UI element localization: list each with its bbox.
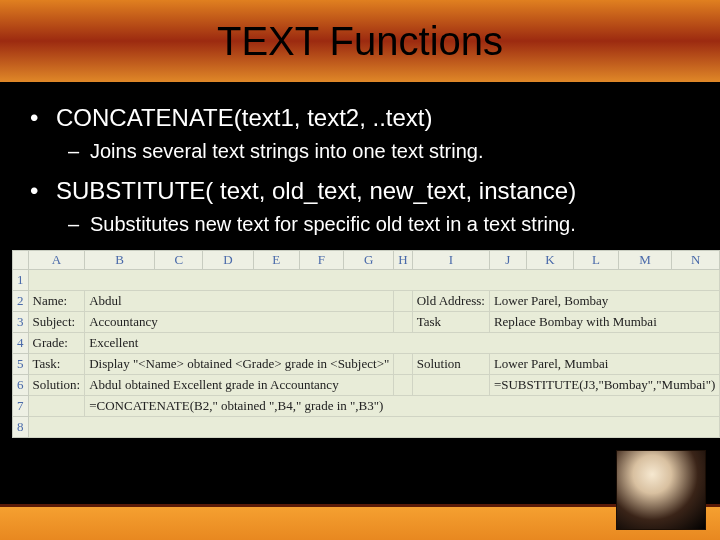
table-row: 7 =CONCATENATE(B2," obtained ",B4," grad…: [13, 396, 720, 417]
col-K: K: [526, 251, 574, 270]
row-1: 1: [13, 270, 29, 291]
col-H: H: [394, 251, 412, 270]
col-N: N: [672, 251, 720, 270]
col-G: G: [344, 251, 394, 270]
table-row: 1: [13, 270, 720, 291]
content-area: • CONCATENATE(text1, text2, ..text) – Jo…: [0, 82, 720, 236]
decorative-image: [616, 450, 706, 530]
row-7: 7: [13, 396, 29, 417]
row-8: 8: [13, 417, 29, 438]
table-row: 6 Solution: Abdul obtained Excellent gra…: [13, 375, 720, 396]
cell: Task:: [28, 354, 85, 375]
col-A: A: [28, 251, 85, 270]
cell: =CONCATENATE(B2," obtained ",B4," grade …: [85, 396, 720, 417]
slide-title: TEXT Functions: [217, 19, 503, 64]
corner-cell: [13, 251, 29, 270]
col-L: L: [574, 251, 618, 270]
cell: Solution:: [28, 375, 85, 396]
cell: Task: [412, 312, 489, 333]
bullet-text: CONCATENATE(text1, text2, ..text): [56, 104, 433, 132]
cell: Lower Parel, Bombay: [489, 291, 719, 312]
col-C: C: [155, 251, 203, 270]
col-M: M: [618, 251, 672, 270]
cell: Excellent: [85, 333, 720, 354]
table-row: 5 Task: Display "<Name> obtained <Grade>…: [13, 354, 720, 375]
cell: Abdul obtained Excellent grade in Accoun…: [85, 375, 394, 396]
bullet-icon: •: [30, 104, 56, 132]
col-J: J: [489, 251, 526, 270]
cell: Replace Bombay with Mumbai: [489, 312, 719, 333]
cell: =SUBSTITUTE(J3,"Bombay","Mumbai"): [489, 375, 719, 396]
col-D: D: [203, 251, 253, 270]
subbullet-concatenate: – Joins several text strings into one te…: [68, 140, 690, 163]
subbullet-text: Joins several text strings into one text…: [90, 140, 484, 163]
bullet-concatenate: • CONCATENATE(text1, text2, ..text): [30, 104, 690, 132]
cell: Grade:: [28, 333, 85, 354]
row-6: 6: [13, 375, 29, 396]
table-row: 4 Grade: Excellent: [13, 333, 720, 354]
cell: Solution: [412, 354, 489, 375]
col-F: F: [299, 251, 343, 270]
cell: Subject:: [28, 312, 85, 333]
subbullet-text: Substitutes new text for specific old te…: [90, 213, 576, 236]
footer-bar: [0, 504, 720, 540]
col-I: I: [412, 251, 489, 270]
table-row: 2 Name: Abdul Old Address: Lower Parel, …: [13, 291, 720, 312]
bullet-substitute: • SUBSTITUTE( text, old_text, new_text, …: [30, 177, 690, 205]
bullet-icon: •: [30, 177, 56, 205]
cell: Name:: [28, 291, 85, 312]
title-bar: TEXT Functions: [0, 0, 720, 82]
cell: Accountancy: [85, 312, 394, 333]
bullet-text: SUBSTITUTE( text, old_text, new_text, in…: [56, 177, 576, 205]
cell: Old Address:: [412, 291, 489, 312]
table-row: 3 Subject: Accountancy Task Replace Bomb…: [13, 312, 720, 333]
row-4: 4: [13, 333, 29, 354]
row-2: 2: [13, 291, 29, 312]
header-row: A B C D E F G H I J K L M N: [13, 251, 720, 270]
col-B: B: [85, 251, 155, 270]
cell: Display "<Name> obtained <Grade> grade i…: [85, 354, 394, 375]
row-5: 5: [13, 354, 29, 375]
col-E: E: [253, 251, 299, 270]
subbullet-substitute: – Substitutes new text for specific old …: [68, 213, 690, 236]
table-row: 8: [13, 417, 720, 438]
dash-icon: –: [68, 213, 90, 236]
cell: Lower Parel, Mumbai: [489, 354, 719, 375]
row-3: 3: [13, 312, 29, 333]
cell: Abdul: [85, 291, 394, 312]
dash-icon: –: [68, 140, 90, 163]
spreadsheet-example: A B C D E F G H I J K L M N 1 2 Name: Ab…: [12, 250, 720, 438]
